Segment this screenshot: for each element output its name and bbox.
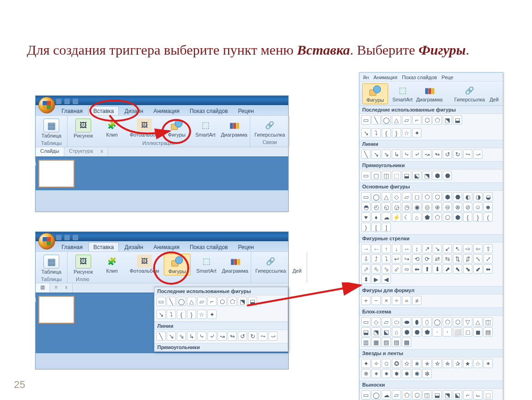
shape-item[interactable]: ⤵ bbox=[167, 310, 176, 319]
shapes-gallery[interactable]: йнАнимацияПоказ слайдовРеце Фигуры Smart… bbox=[359, 72, 503, 400]
shape-item[interactable]: ✪ bbox=[392, 359, 401, 368]
shape-item[interactable]: ♦ bbox=[371, 212, 381, 222]
shape-item[interactable]: ↻ bbox=[453, 150, 462, 159]
shape-item[interactable]: ⬕ bbox=[382, 327, 391, 337]
shape-item[interactable]: ⇧ bbox=[483, 244, 493, 253]
shape-item[interactable]: ⬋ bbox=[473, 264, 483, 274]
shape-item[interactable]: ⬈ bbox=[443, 264, 452, 274]
shape-item[interactable]: ⬔ bbox=[371, 327, 381, 337]
shape-item[interactable]: ☺ bbox=[473, 202, 483, 212]
ribbon-tab[interactable]: Вставка bbox=[88, 242, 119, 251]
ribbon-tab[interactable]: Показ слайдов bbox=[185, 106, 233, 115]
shape-item[interactable]: ↘ bbox=[361, 128, 371, 138]
slide-thumbnail[interactable] bbox=[38, 160, 74, 188]
shape-item[interactable]: ↬ bbox=[433, 150, 442, 159]
shape-item[interactable]: ▭ bbox=[361, 317, 371, 326]
picture-button[interactable]: Рисунок bbox=[70, 118, 96, 139]
shape-item[interactable]: ✸ bbox=[392, 369, 401, 378]
clipart-button[interactable]: Клип bbox=[99, 254, 125, 275]
shape-item[interactable]: ⬓ bbox=[453, 115, 462, 125]
shape-item[interactable]: ⇆ bbox=[443, 254, 452, 263]
shape-item[interactable]: } bbox=[473, 212, 483, 222]
shape-item[interactable]: ╲ bbox=[156, 331, 166, 341]
shape-item[interactable]: ⬊ bbox=[463, 264, 472, 274]
shape-item[interactable]: ⌐ bbox=[412, 115, 421, 125]
shape-item[interactable]: ⤻ bbox=[473, 150, 483, 159]
ribbon-tab[interactable]: Рецен bbox=[234, 243, 259, 251]
shape-item[interactable]: ⇦ bbox=[473, 244, 483, 253]
shape-item[interactable]: ⬅ bbox=[412, 264, 421, 274]
shape-item[interactable]: ↘ bbox=[371, 150, 381, 159]
shape-item[interactable]: ÷ bbox=[392, 296, 401, 305]
shape-item[interactable]: ↘ bbox=[167, 331, 176, 341]
shape-item[interactable]: ✹ bbox=[402, 369, 411, 378]
shape-item[interactable]: ↘ bbox=[156, 310, 166, 319]
shape-item[interactable]: △ bbox=[382, 192, 391, 201]
chart-button[interactable]: Диаграмма bbox=[417, 83, 442, 104]
shape-item[interactable]: ← bbox=[371, 244, 381, 253]
shape-item[interactable]: ⬠ bbox=[443, 317, 452, 326]
shape-item[interactable]: ✦ bbox=[412, 128, 421, 138]
shape-item[interactable]: ↓ bbox=[392, 244, 401, 253]
shape-item[interactable]: ⌂ bbox=[392, 327, 401, 337]
shape-item[interactable]: ⬆ bbox=[422, 264, 432, 274]
shape-item[interactable]: ◇ bbox=[371, 317, 381, 326]
shape-item[interactable]: ⇄ bbox=[433, 254, 442, 263]
shape-item[interactable]: ⬡ bbox=[422, 115, 432, 125]
shape-item[interactable]: ◯ bbox=[371, 390, 381, 400]
shape-item[interactable]: ▢ bbox=[371, 171, 381, 180]
shape-item[interactable]: ⤶ bbox=[412, 150, 421, 159]
shape-item[interactable]: ⬔ bbox=[443, 115, 452, 125]
shape-item[interactable]: ⊗ bbox=[453, 202, 462, 212]
ribbon-tab[interactable]: йн bbox=[363, 75, 369, 80]
shape-item[interactable]: ⬔ bbox=[422, 171, 432, 180]
shape-item[interactable]: ⟲ bbox=[412, 254, 421, 263]
shape-item[interactable]: [ bbox=[371, 223, 381, 232]
shape-item[interactable]: ↺ bbox=[443, 150, 452, 159]
shape-item[interactable]: ⬌ bbox=[483, 264, 493, 274]
shape-item[interactable]: ☆ bbox=[473, 359, 483, 368]
shape-item[interactable]: △ bbox=[187, 297, 196, 306]
shape-item[interactable]: ⤻ bbox=[268, 331, 278, 341]
shape-item[interactable]: ✯ bbox=[443, 359, 452, 368]
shape-item[interactable]: ▨ bbox=[392, 338, 401, 347]
shape-item[interactable]: ☻ bbox=[483, 202, 493, 212]
smartart-button[interactable]: SmartArt bbox=[193, 254, 219, 275]
shape-item[interactable]: ⊘ bbox=[463, 202, 472, 212]
shape-item[interactable]: ⤡ bbox=[473, 254, 483, 263]
shape-item[interactable]: ⬣ bbox=[453, 192, 462, 201]
shape-item[interactable]: ⬠ bbox=[433, 212, 442, 222]
shape-item[interactable]: { bbox=[382, 128, 391, 138]
ribbon-tab[interactable]: Показ слайдов bbox=[402, 75, 437, 80]
office-button[interactable] bbox=[38, 233, 55, 250]
shape-item[interactable]: ▤ bbox=[483, 327, 493, 337]
shape-item[interactable]: △ bbox=[473, 317, 483, 326]
photoalbum-button[interactable]: Фотоальбом bbox=[128, 254, 161, 275]
shape-item[interactable]: ✷ bbox=[382, 369, 391, 378]
shape-item[interactable]: ↘ bbox=[433, 244, 442, 253]
shape-item[interactable]: ▭ bbox=[361, 192, 371, 201]
shape-item[interactable]: ⬠ bbox=[422, 192, 432, 201]
shape-item[interactable]: ↗ bbox=[422, 244, 432, 253]
shape-item[interactable]: ◑ bbox=[473, 192, 483, 201]
ribbon-tab[interactable]: Показ слайдов bbox=[185, 243, 233, 251]
shape-item[interactable]: ⬄ bbox=[402, 264, 411, 274]
shape-item[interactable]: { bbox=[463, 212, 472, 222]
shape-item[interactable]: ⟳ bbox=[422, 254, 432, 263]
shape-item[interactable]: ◫ bbox=[422, 390, 432, 400]
shape-item[interactable]: △ bbox=[392, 115, 401, 125]
shape-item[interactable]: ⇘ bbox=[177, 331, 186, 341]
shape-item[interactable]: ⬕ bbox=[412, 171, 421, 180]
shape-item[interactable]: ⌐ bbox=[463, 390, 472, 400]
shape-item[interactable]: = bbox=[402, 296, 411, 305]
shape-item[interactable]: ▧ bbox=[382, 338, 391, 347]
shape-item[interactable]: ☁ bbox=[382, 390, 391, 400]
shape-item[interactable]: ▭ bbox=[156, 297, 166, 306]
shape-item[interactable]: ◻ bbox=[412, 192, 421, 201]
quick-access-toolbar[interactable] bbox=[56, 234, 78, 241]
ribbon-tab[interactable]: Реце bbox=[442, 75, 453, 80]
shape-item[interactable]: ⤳ bbox=[463, 150, 472, 159]
shape-item[interactable]: } bbox=[187, 310, 196, 319]
shape-item[interactable]: ◻ bbox=[463, 327, 472, 337]
ribbon-tab[interactable]: Рецен bbox=[234, 106, 259, 115]
